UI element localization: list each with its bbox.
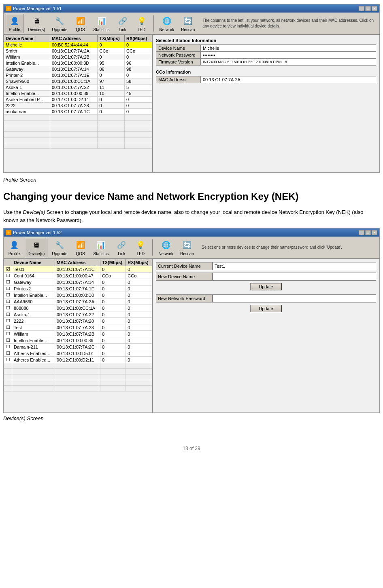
toolbar-upgrade-btn-2[interactable]: 🔧 Upgrade xyxy=(49,238,70,257)
devices-table-row[interactable]: ☐ Athercs Enabled... 00:12:C1:00:D2:11 0… xyxy=(4,357,152,363)
toolbar-statistics-btn-2[interactable]: 📊 Statistcs xyxy=(91,238,111,257)
row-tx: 11 xyxy=(98,85,125,91)
row-rx: 45 xyxy=(125,91,152,97)
devices-table-row[interactable]: ☐ Intellon Enable... 00:13:C1:00:03:D0 0… xyxy=(4,292,152,298)
row-device-name: Intellon Enable... xyxy=(4,60,50,66)
row-rx-2: 0 xyxy=(126,344,152,350)
row-checkbox[interactable]: ☐ xyxy=(4,292,12,298)
devices-table-row[interactable]: ☐ William 00:13:C1:07:7A:2B 0 0 xyxy=(4,331,152,337)
profile-empty-row xyxy=(4,115,152,121)
close-btn-1[interactable]: ✕ xyxy=(372,6,377,11)
devices-table-row[interactable]: ☐ Test 00:13:C1:07:7A:23 0 0 xyxy=(4,324,152,331)
toolbar-profile-btn[interactable]: 👤 Profile xyxy=(6,14,23,33)
row-tx-2: 0 xyxy=(100,305,126,311)
devices-table-row[interactable]: ☐ 2222 00:13:C1:07:7A:28 0 0 xyxy=(4,318,152,324)
row-checkbox[interactable]: ☐ xyxy=(4,331,12,337)
profile-table-row[interactable]: Smith 00:13:C1:07:7A:2A CCo CCo xyxy=(4,48,152,54)
row-checkbox[interactable]: ☐ xyxy=(4,337,12,344)
row-checkbox[interactable]: ☐ xyxy=(4,311,12,318)
new-network-password-input[interactable] xyxy=(213,294,376,302)
toolbar-qos-btn-2[interactable]: 📶 QOS xyxy=(72,238,89,257)
profile-table-row[interactable]: 2222 00:13:C1:07:7A:28 0 0 xyxy=(4,103,152,109)
row-checkbox[interactable]: ☐ xyxy=(4,357,12,363)
toolbar-qos-btn[interactable]: 📶 QOS xyxy=(72,14,89,33)
row-rx: 58 xyxy=(125,78,152,85)
devices-table-row[interactable]: ☑ Test1 00:13:C1:07:7A:1C 0 0 xyxy=(4,266,152,273)
toolbar-network-btn[interactable]: 🌐 Network xyxy=(157,14,177,33)
statistics-icon-2: 📊 xyxy=(95,239,107,251)
toolbar-1: 👤 Profile 🖥 Device(s) 🔧 Upgrade 📶 QOS 📊 … xyxy=(4,13,379,35)
profile-table-row[interactable]: Gateway 00:13:C1:07:7A:14 86 98 xyxy=(4,66,152,72)
minimize-btn-2[interactable]: _ xyxy=(359,230,364,235)
devices-table-row[interactable]: ☐ Gateway 00:13:C1:07:7A:14 0 0 xyxy=(4,279,152,286)
toolbar-link-btn[interactable]: 🔗 Link xyxy=(114,14,131,33)
profile-table-row[interactable]: Shawn9560 00:13:C1:00:CC:1A 97 58 xyxy=(4,78,152,85)
toolbar-led-btn-2[interactable]: 💡 LED xyxy=(132,238,149,257)
devices-table-row[interactable]: ☐ AAA9660 00:13:C1:07:7A:2A 0 0 xyxy=(4,298,152,305)
profile-table-row[interactable]: Asoka-1 00:13:C1:07:7A:22 11 5 xyxy=(4,85,152,91)
profile-screen-screenshot: ⚡ Power Manager ver 1.51 _ □ ✕ 👤 Profile… xyxy=(3,4,380,173)
row-checkbox[interactable]: ☐ xyxy=(4,298,12,305)
close-btn-2[interactable]: ✕ xyxy=(372,230,377,235)
profile-icon: 👤 xyxy=(9,15,21,27)
row-checkbox[interactable]: ☐ xyxy=(4,318,12,324)
toolbar-network-btn-2[interactable]: 🌐 Network xyxy=(156,238,176,257)
row-checkbox[interactable]: ☐ xyxy=(4,350,12,357)
row-checkbox[interactable]: ☐ xyxy=(4,286,12,292)
toolbar-link-btn-2[interactable]: 🔗 Link xyxy=(113,238,130,257)
toolbar-devices-btn-2[interactable]: 🖥 Device(s) xyxy=(25,238,47,257)
profile-table-row[interactable]: Intellon Enable... 00:13:C1:00:00:3D 95 … xyxy=(4,60,152,66)
new-device-name-input[interactable] xyxy=(213,273,376,281)
row-mac: 00:13:C1:00:00:3D xyxy=(50,60,98,66)
maximize-btn-1[interactable]: □ xyxy=(365,6,371,11)
row-checkbox[interactable]: ☐ xyxy=(4,344,12,350)
toolbar-statistics-btn[interactable]: 📊 Statistics xyxy=(91,14,112,33)
devices-table-row[interactable]: ☐ Athercs Enabled... 00:13:C1:00:D5:01 0… xyxy=(4,350,152,357)
update-btn-row-2: Update xyxy=(156,305,376,312)
minimize-btn-1[interactable]: _ xyxy=(359,6,364,11)
profile-table-row[interactable]: Asoka Enabled P... 00:12:C1:00:D2:11 0 0 xyxy=(4,97,152,103)
devices-table-row[interactable]: ☐ Intellon Enable... 00:13:C1:00:00:39 0… xyxy=(4,337,152,344)
toolbar-devices-btn[interactable]: 🖥 Device(s) xyxy=(26,14,47,33)
row-tx: 95 xyxy=(98,60,125,66)
profile-table-row[interactable]: Intellon Enable... 00:13:C1:00:00:39 10 … xyxy=(4,91,152,97)
row-checkbox[interactable]: ☑ xyxy=(4,266,12,273)
devices-table-row[interactable]: ☐ 888888 00:13:C1:00:CC:1A 0 0 xyxy=(4,305,152,311)
toolbar-upgrade-btn[interactable]: 🔧 Upgrade xyxy=(49,14,70,33)
row-checkbox[interactable]: ☐ xyxy=(4,279,12,286)
row-device-name-2: 2222 xyxy=(12,318,55,324)
row-rx: CCo xyxy=(125,48,152,54)
rescan-label-2: Rescan xyxy=(180,252,194,256)
profile-empty-row xyxy=(4,137,152,143)
profile-table-row[interactable]: asokaman 00:13:C1:07:7A:1C 0 0 xyxy=(4,109,152,115)
row-checkbox[interactable]: ☐ xyxy=(4,273,12,279)
devices-table-row[interactable]: ☐ Asoka-1 00:13:C1:07:7A:22 0 0 xyxy=(4,311,152,318)
devices-empty-row xyxy=(4,369,152,374)
devices-icon: 🖥 xyxy=(30,15,43,27)
row-rx-2: 0 xyxy=(126,279,152,286)
toolbar-led-btn[interactable]: 💡 LED xyxy=(133,14,150,33)
update-device-name-btn[interactable]: Update xyxy=(250,283,281,290)
profile-table-row[interactable]: Michelle 00:B0:52:44:44:44 0 0 xyxy=(4,42,152,48)
row-rx: 0 xyxy=(125,109,152,115)
toolbar-rescan-btn[interactable]: 🔄 Rescan xyxy=(179,14,197,33)
profile-table-row[interactable]: William 00:13:C1:07:7A:2B 0 0 xyxy=(4,54,152,60)
rescan-icon-2: 🔄 xyxy=(181,239,193,251)
toolbar-profile-btn-2[interactable]: 👤 Profile xyxy=(6,238,23,257)
toolbar-rescan-btn-2[interactable]: 🔄 Rescan xyxy=(178,238,196,257)
devices-table-row[interactable]: ☐ Damain-211 00:13:C1:07:7A:2C 0 0 xyxy=(4,344,152,350)
cco-mac-row: MAC Address 00:13:C1:07:7A:2A xyxy=(156,76,376,83)
row-checkbox[interactable]: ☐ xyxy=(4,324,12,331)
row-mac: 00:13:C1:07:7A:1E xyxy=(50,72,98,78)
row-checkbox[interactable]: ☐ xyxy=(4,305,12,311)
row-device-name-2: Intellon Enable... xyxy=(12,292,55,298)
devices-table-row[interactable]: ☐ Conf 9164 00:13:C1:00:00:47 CCo CCo xyxy=(4,273,152,279)
devices-icon-2: 🖥 xyxy=(30,239,42,251)
maximize-btn-2[interactable]: □ xyxy=(365,230,371,235)
row-tx-2: 0 xyxy=(100,350,126,357)
profile-table-row[interactable]: Printer-2 00:13:C1:07:7A:1E 0 0 xyxy=(4,72,152,78)
update-password-btn[interactable]: Update xyxy=(250,305,281,312)
devices-table-row[interactable]: ☐ Printer-2 00:13:C1:07:7A:1E 0 0 xyxy=(4,286,152,292)
row-tx-2: 0 xyxy=(100,344,126,350)
qos-label: QOS xyxy=(76,27,85,32)
